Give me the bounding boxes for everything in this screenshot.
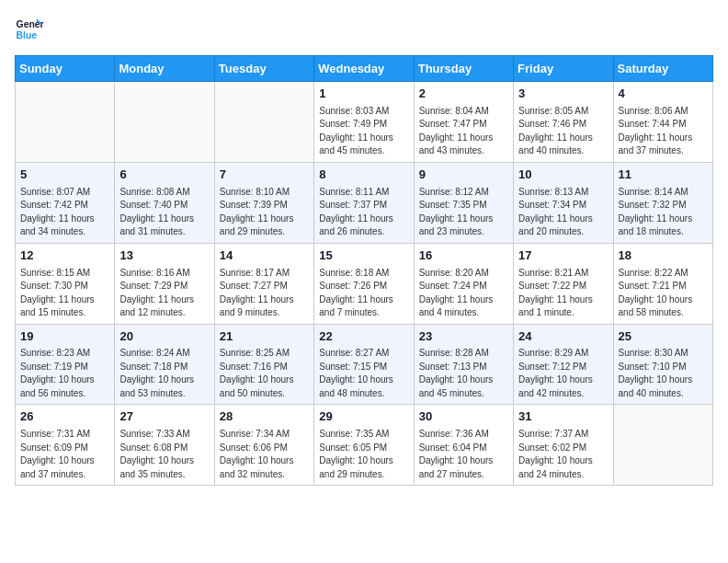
calendar-cell: 2Sunrise: 8:04 AMSunset: 7:47 PMDaylight…	[414, 82, 513, 163]
day-info-line: Daylight: 11 hours	[619, 213, 708, 226]
day-info-line: Sunset: 7:29 PM	[119, 280, 209, 293]
day-info-line: Sunset: 7:27 PM	[220, 280, 309, 293]
day-info-line: and 50 minutes.	[220, 387, 309, 401]
calendar-cell: 19Sunrise: 8:23 AMSunset: 7:19 PMDayligh…	[16, 324, 115, 405]
day-info-line: Sunset: 7:12 PM	[518, 361, 608, 374]
day-number: 11	[619, 167, 708, 184]
day-number: 19	[20, 328, 109, 346]
day-info-line: Sunrise: 8:16 AM	[119, 267, 209, 281]
day-number: 13	[119, 247, 209, 265]
day-number: 26	[20, 408, 109, 426]
day-info-line: Daylight: 10 hours	[20, 454, 109, 468]
day-info-line: and 4 minutes.	[419, 306, 508, 320]
day-info-line: Daylight: 11 hours	[419, 132, 508, 145]
calendar-cell: 8Sunrise: 8:11 AMSunset: 7:37 PMDaylight…	[314, 162, 414, 243]
day-info-line: Sunrise: 8:15 AM	[20, 267, 109, 281]
calendar-cell	[16, 82, 115, 163]
day-number: 8	[319, 167, 408, 184]
day-info-line: Sunset: 7:42 PM	[20, 199, 109, 213]
day-info-line: Sunrise: 8:05 AM	[518, 105, 608, 119]
column-header-tuesday: Tuesday	[214, 56, 313, 82]
day-info-line: Daylight: 10 hours	[419, 454, 508, 468]
svg-text:Blue: Blue	[17, 30, 38, 40]
calendar-week-row: 5Sunrise: 8:07 AMSunset: 7:42 PMDaylight…	[16, 162, 713, 243]
day-info-line: Sunrise: 8:04 AM	[419, 105, 508, 119]
calendar-cell: 14Sunrise: 8:17 AMSunset: 7:27 PMDayligh…	[214, 243, 313, 324]
day-info-line: Sunrise: 8:06 AM	[619, 105, 708, 119]
day-number: 14	[220, 247, 309, 265]
day-info-line: Sunset: 7:32 PM	[619, 199, 708, 213]
day-info-line: and 32 minutes.	[220, 468, 309, 482]
day-number: 4	[619, 86, 708, 103]
calendar-cell: 25Sunrise: 8:30 AMSunset: 7:10 PMDayligh…	[613, 324, 712, 405]
day-info-line: and 56 minutes.	[20, 387, 109, 401]
day-info-line: and 24 minutes.	[518, 468, 608, 482]
day-info-line: Sunset: 6:02 PM	[518, 442, 608, 455]
day-info-line: Daylight: 10 hours	[518, 454, 608, 468]
day-info-line: and 20 minutes.	[518, 225, 608, 239]
day-info-line: Sunset: 7:39 PM	[220, 199, 309, 213]
day-info-line: and 29 minutes.	[220, 225, 309, 239]
calendar-cell: 24Sunrise: 8:29 AMSunset: 7:12 PMDayligh…	[514, 324, 613, 405]
day-info-line: Daylight: 11 hours	[119, 213, 209, 226]
day-info-line: Sunrise: 8:14 AM	[619, 186, 708, 200]
day-info-line: Sunrise: 8:27 AM	[319, 347, 408, 361]
day-info-line: Daylight: 11 hours	[319, 213, 408, 226]
day-info-line: and 7 minutes.	[319, 306, 408, 320]
calendar-cell	[115, 82, 214, 163]
day-info-line: Sunrise: 7:34 AM	[220, 428, 309, 442]
day-info-line: Sunrise: 8:22 AM	[619, 267, 708, 281]
calendar-cell: 3Sunrise: 8:05 AMSunset: 7:46 PMDaylight…	[514, 82, 613, 163]
day-info-line: Daylight: 11 hours	[20, 293, 109, 307]
day-info-line: Sunset: 7:21 PM	[619, 280, 708, 293]
day-info-line: Daylight: 10 hours	[319, 373, 408, 387]
day-info-line: and 40 minutes.	[619, 387, 708, 401]
day-info-line: and 45 minutes.	[419, 387, 508, 401]
day-info-line: Daylight: 10 hours	[518, 373, 608, 387]
day-number: 31	[518, 408, 608, 426]
column-header-thursday: Thursday	[414, 56, 513, 82]
day-info-line: and 29 minutes.	[319, 468, 408, 482]
day-info-line: and 34 minutes.	[20, 225, 109, 239]
calendar-cell: 17Sunrise: 8:21 AMSunset: 7:22 PMDayligh…	[514, 243, 613, 324]
day-number: 2	[419, 86, 508, 103]
day-info-line: Daylight: 11 hours	[319, 293, 408, 307]
day-number: 27	[119, 408, 209, 426]
calendar-cell: 27Sunrise: 7:33 AMSunset: 6:08 PMDayligh…	[115, 405, 214, 486]
calendar-week-row: 12Sunrise: 8:15 AMSunset: 7:30 PMDayligh…	[16, 243, 713, 324]
day-number: 22	[319, 328, 408, 346]
day-info-line: Sunset: 7:40 PM	[119, 199, 209, 213]
day-info-line: Sunset: 7:15 PM	[319, 361, 408, 374]
day-number: 15	[319, 247, 408, 265]
day-info-line: Daylight: 11 hours	[518, 132, 608, 145]
day-info-line: and 37 minutes.	[619, 144, 708, 158]
day-info-line: Daylight: 10 hours	[419, 373, 508, 387]
day-info-line: Sunset: 7:49 PM	[319, 118, 408, 132]
day-info-line: Sunrise: 8:03 AM	[319, 105, 408, 119]
day-info-line: and 12 minutes.	[119, 306, 209, 320]
day-info-line: Sunrise: 8:30 AM	[619, 347, 708, 361]
day-info-line: Daylight: 11 hours	[518, 293, 608, 307]
day-info-line: and 15 minutes.	[20, 306, 109, 320]
day-info-line: Sunrise: 8:10 AM	[220, 186, 309, 200]
day-info-line: and 26 minutes.	[319, 225, 408, 239]
day-info-line: Sunrise: 8:23 AM	[20, 347, 109, 361]
day-info-line: Sunrise: 7:35 AM	[319, 428, 408, 442]
day-info-line: Sunrise: 8:08 AM	[119, 186, 209, 200]
day-info-line: Daylight: 10 hours	[119, 454, 209, 468]
calendar-header-row: SundayMondayTuesdayWednesdayThursdayFrid…	[16, 56, 713, 82]
day-info-line: Sunrise: 7:33 AM	[119, 428, 209, 442]
calendar-cell: 23Sunrise: 8:28 AMSunset: 7:13 PMDayligh…	[414, 324, 513, 405]
day-info-line: and 45 minutes.	[319, 144, 408, 158]
day-info-line: and 40 minutes.	[518, 144, 608, 158]
day-info-line: and 48 minutes.	[319, 387, 408, 401]
svg-text:General: General	[17, 19, 44, 29]
day-info-line: Sunset: 7:10 PM	[619, 361, 708, 374]
day-info-line: Daylight: 10 hours	[619, 373, 708, 387]
calendar-cell: 31Sunrise: 7:37 AMSunset: 6:02 PMDayligh…	[514, 405, 613, 486]
calendar-cell: 13Sunrise: 8:16 AMSunset: 7:29 PMDayligh…	[115, 243, 214, 324]
day-info-line: and 35 minutes.	[119, 468, 209, 482]
day-info-line: Sunrise: 8:20 AM	[419, 267, 508, 281]
calendar-cell: 30Sunrise: 7:36 AMSunset: 6:04 PMDayligh…	[414, 405, 513, 486]
day-info-line: Sunset: 7:44 PM	[619, 118, 708, 132]
